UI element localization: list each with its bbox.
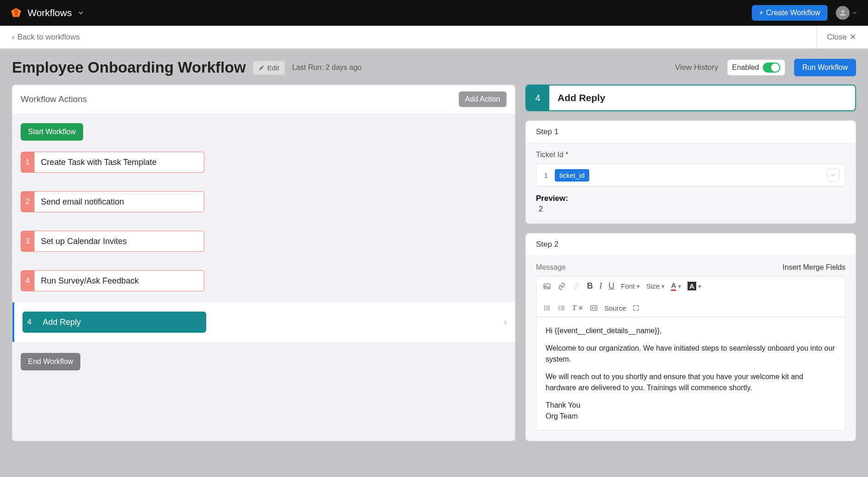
- step1-title: Step 1: [526, 121, 856, 143]
- plus-icon: +: [759, 9, 763, 17]
- action-label: Add Reply: [36, 312, 206, 333]
- topbar-title: Workflows: [28, 7, 72, 18]
- message-editor[interactable]: Hi {{event__client_details__name}}, Welc…: [536, 317, 845, 431]
- run-workflow-button[interactable]: Run Workflow: [794, 59, 856, 76]
- underline-button[interactable]: U: [609, 281, 614, 291]
- action-number: 4: [21, 270, 34, 291]
- unlink-icon[interactable]: [572, 282, 581, 290]
- step2-card: Step 2 Message Insert Merge Fields B I U…: [525, 233, 856, 441]
- source-button[interactable]: Source: [604, 304, 626, 312]
- avatar[interactable]: [836, 6, 850, 20]
- link-icon[interactable]: [558, 282, 566, 290]
- action-item-selected[interactable]: 4 Add Reply ›: [12, 302, 515, 342]
- start-workflow-button[interactable]: Start Workflow: [21, 123, 83, 141]
- action-item-4[interactable]: 4 Run Survey/Ask Feedback: [21, 270, 507, 291]
- app-logo-icon: [10, 7, 22, 19]
- svg-point-3: [544, 306, 545, 307]
- edit-label: Edit: [267, 64, 279, 72]
- action-item-1[interactable]: 1 Create Task with Task Template: [21, 152, 507, 173]
- action-item-2[interactable]: 2 Send email notification: [21, 191, 507, 212]
- image-icon[interactable]: [543, 282, 551, 290]
- font-select[interactable]: Font ▾: [621, 282, 640, 290]
- workflow-actions-panel: Workflow Actions Add Action Start Workfl…: [12, 85, 515, 441]
- toggle-switch[interactable]: [763, 62, 780, 73]
- subbar: ‹ Back to workflows Close ✕: [0, 26, 868, 49]
- editor-line: Thank You: [546, 400, 836, 411]
- editor-toolbar: B I U Font ▾ Size ▾ A ▾ A ▾ 123 T✕ Sourc…: [536, 276, 845, 317]
- editor-line: We will reach out to you shortly and ens…: [546, 371, 836, 393]
- number-list-button[interactable]: 123: [558, 304, 566, 312]
- page-header: Employee Onboarding Workflow Edit Last R…: [0, 49, 868, 85]
- svg-point-4: [544, 307, 545, 308]
- editor-line: Org Team: [546, 411, 836, 422]
- svg-rect-9: [591, 306, 597, 311]
- workflow-actions-title: Workflow Actions: [21, 94, 87, 104]
- topbar: Workflows + Create Workflow: [0, 0, 868, 26]
- editor-line: Hi {{event__client_details__name}},: [546, 325, 836, 336]
- action-label: Send email notification: [34, 191, 204, 212]
- bullet-list-button[interactable]: [543, 304, 551, 312]
- ticket-id-input[interactable]: 1 ticket_id: [536, 164, 845, 187]
- view-history-link[interactable]: View History: [675, 63, 718, 72]
- action-number: 3: [21, 231, 34, 252]
- ticket-id-label: Ticket Id *: [536, 151, 845, 159]
- end-workflow-button[interactable]: End Workflow: [21, 353, 80, 370]
- maximize-icon[interactable]: [632, 304, 640, 312]
- editor-line: Welcome to our organization. We have ini…: [546, 343, 836, 365]
- enabled-toggle[interactable]: Enabled: [727, 60, 785, 75]
- detail-number: 4: [526, 85, 549, 110]
- edit-button[interactable]: Edit: [253, 61, 285, 74]
- enabled-label: Enabled: [732, 63, 759, 72]
- close-icon: ✕: [850, 32, 856, 42]
- bold-button[interactable]: B: [587, 281, 593, 291]
- message-label: Message: [536, 263, 566, 272]
- preview-label: Preview:: [536, 194, 845, 203]
- bg-color-button[interactable]: A ▾: [688, 282, 701, 290]
- svg-point-0: [841, 10, 844, 13]
- svg-point-5: [544, 309, 545, 310]
- chevron-down-icon[interactable]: [851, 10, 858, 16]
- embed-icon[interactable]: [590, 304, 598, 312]
- create-workflow-button[interactable]: + Create Workflow: [752, 5, 828, 21]
- back-label: Back to workflows: [17, 33, 80, 42]
- close-label: Close: [827, 33, 847, 42]
- action-label: Create Task with Task Template: [34, 152, 204, 173]
- italic-button[interactable]: I: [599, 281, 602, 291]
- last-run-text: Last Run: 2 days ago: [292, 63, 361, 72]
- action-number: 4: [23, 312, 36, 333]
- action-number: 1: [21, 152, 34, 173]
- chevron-down-icon[interactable]: [77, 9, 85, 17]
- chevron-left-icon: ‹: [12, 33, 15, 42]
- action-number: 2: [21, 191, 34, 212]
- close-button[interactable]: Close ✕: [817, 26, 856, 48]
- create-workflow-label: Create Workflow: [766, 9, 820, 17]
- page-title: Employee Onboarding Workflow: [12, 59, 246, 76]
- chevron-down-icon[interactable]: [827, 169, 840, 182]
- ticket-chip[interactable]: ticket_id: [555, 169, 589, 182]
- detail-header: 4 Add Reply: [525, 85, 856, 111]
- svg-text:3: 3: [558, 308, 560, 311]
- step2-title: Step 2: [526, 233, 856, 256]
- preview-value: 2: [536, 205, 845, 213]
- add-action-button[interactable]: Add Action: [459, 91, 507, 107]
- pencil-icon: [259, 65, 265, 71]
- step1-card: Step 1 Ticket Id * 1 ticket_id Preview: …: [525, 120, 856, 224]
- insert-merge-fields-link[interactable]: Insert Merge Fields: [783, 263, 845, 272]
- action-label: Run Survey/Ask Feedback: [34, 270, 204, 291]
- detail-title: Add Reply: [549, 92, 614, 103]
- back-to-workflows-link[interactable]: ‹ Back to workflows: [12, 33, 80, 42]
- chevron-right-icon: ›: [504, 318, 507, 326]
- action-detail-panel: 4 Add Reply Step 1 Ticket Id * 1 ticket_…: [525, 85, 856, 441]
- action-item-3[interactable]: 3 Set up Calendar Invites: [21, 231, 507, 252]
- size-select[interactable]: Size ▾: [646, 282, 665, 290]
- text-color-button[interactable]: A ▾: [671, 281, 681, 291]
- clear-format-button[interactable]: T✕: [572, 304, 583, 312]
- action-label: Set up Calendar Invites: [34, 231, 204, 252]
- ticket-index: 1: [542, 171, 550, 179]
